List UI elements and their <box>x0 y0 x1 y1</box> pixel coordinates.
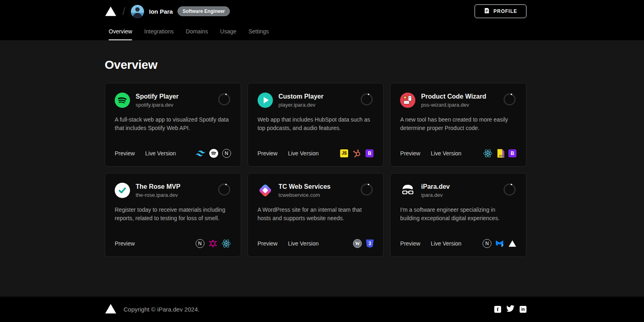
vercel-triangle-icon <box>508 240 516 247</box>
preview-link[interactable]: Preview <box>258 150 278 157</box>
tab-domains[interactable]: Domains <box>186 23 208 40</box>
project-card-spotify-player: Spotify Player spotify.ipara.dev A full-… <box>105 83 241 167</box>
project-domain: ipara.dev <box>421 192 450 198</box>
loading-spinner-icon <box>360 183 374 196</box>
project-title: TC Web Services <box>279 183 331 191</box>
spotify-logo-icon <box>115 93 130 108</box>
footer-logo-triangle-icon[interactable] <box>105 303 117 316</box>
react-icon <box>483 149 493 158</box>
check-logo-icon <box>115 183 130 198</box>
app-footer: Copyright © iPara.dev 2024. f in <box>0 297 644 322</box>
live-version-link[interactable]: Live Version <box>145 150 176 157</box>
svg-text:JSX: JSX <box>499 155 503 157</box>
tab-settings[interactable]: Settings <box>248 23 269 40</box>
preview-link[interactable]: Preview <box>115 240 135 247</box>
nextjs-icon: N <box>222 149 231 158</box>
social-links: f in <box>494 305 526 314</box>
bootstrap-icon: B <box>508 149 516 157</box>
tab-usage[interactable]: Usage <box>220 23 236 40</box>
main-nav: Overview Integrations Domains Usage Sett… <box>105 23 526 40</box>
loading-spinner-icon <box>360 93 374 106</box>
project-title: Product Code Wizard <box>421 93 486 101</box>
tailwindcss-icon <box>196 151 205 157</box>
live-version-link[interactable]: Live Version <box>288 150 318 157</box>
loading-spinner-icon <box>217 93 231 106</box>
project-domain: pss-wizard.ipara.dev <box>421 102 486 108</box>
spotify-small-icon <box>209 149 218 158</box>
project-card-custom-player: Custom Player player.ipara.dev Web app t… <box>248 83 384 167</box>
project-domain: spotify.ipara.dev <box>136 102 179 108</box>
project-title: iPara.dev <box>421 183 450 191</box>
hubspot-icon <box>352 149 361 158</box>
javascript-icon: JS <box>340 149 348 157</box>
project-description: I'm a software engineer specializing in … <box>400 206 516 222</box>
main-content: Overview Spotify Player spotify.ipara.de… <box>0 40 644 297</box>
linkedin-icon[interactable]: in <box>520 306 526 313</box>
project-description: Register today to receive materials incl… <box>115 206 231 222</box>
twitter-icon[interactable] <box>506 305 514 314</box>
project-description: A new tool has been created to more easi… <box>400 116 516 132</box>
tab-overview[interactable]: Overview <box>109 23 132 40</box>
mui-icon <box>495 240 504 248</box>
project-domain: the-rose.ipara.dev <box>136 192 180 198</box>
play-logo-icon <box>258 93 273 108</box>
vercel-logo-icon[interactable] <box>105 6 117 17</box>
project-card-the-rose-mvp: The Rose MVP the-rose.ipara.dev Register… <box>105 173 241 257</box>
project-description: A full-stack web app to visualized Spoti… <box>115 116 231 132</box>
project-title: Spotify Player <box>136 93 179 101</box>
loading-spinner-icon <box>217 183 231 196</box>
loading-spinner-icon <box>503 183 516 196</box>
projects-grid: Spotify Player spotify.ipara.dev A full-… <box>105 83 526 257</box>
nextjs-icon: N <box>196 239 204 248</box>
preview-link[interactable]: Preview <box>115 150 135 157</box>
project-description: A WordPress site for an internal team th… <box>258 206 374 222</box>
react-icon <box>221 239 231 248</box>
project-title: Custom Player <box>279 93 324 101</box>
project-domain: tcwebservice.com <box>279 192 331 198</box>
live-version-link[interactable]: Live Version <box>288 240 318 247</box>
jsx-file-icon: JSX <box>497 149 504 158</box>
glasses-logo-icon <box>400 183 415 198</box>
preview-link[interactable]: Preview <box>400 150 420 157</box>
page-title: Overview <box>105 40 526 72</box>
app-header: / Ion Para Software Engineer <box>0 0 644 40</box>
tab-integrations[interactable]: Integrations <box>144 23 173 40</box>
profile-button-label: PROFILE <box>493 8 517 14</box>
nextjs-icon: N <box>483 239 491 248</box>
project-title: The Rose MVP <box>136 183 180 191</box>
preview-link[interactable]: Preview <box>400 240 420 247</box>
live-version-link[interactable]: Live Version <box>431 150 461 157</box>
tc-logo-icon <box>258 183 273 198</box>
user-avatar[interactable] <box>131 5 144 18</box>
loading-spinner-icon <box>503 93 516 106</box>
bootstrap-icon: B <box>365 149 374 157</box>
project-domain: player.ipara.dev <box>279 102 324 108</box>
profile-button[interactable]: PROFILE <box>475 4 526 18</box>
project-description: Web app that includes HubSpot data such … <box>258 116 374 132</box>
role-badge: Software Engineer <box>178 6 229 16</box>
copyright-text: Copyright © iPara.dev 2024. <box>124 306 200 313</box>
wizard-logo-icon <box>400 93 415 108</box>
wordpress-icon: W <box>353 239 362 248</box>
document-icon <box>484 8 490 15</box>
project-card-tc-web-services: TC Web Services tcwebservice.com A WordP… <box>248 173 384 257</box>
project-card-product-code-wizard: Product Code Wizard pss-wizard.ipara.dev… <box>390 83 526 167</box>
breadcrumb-slash: / <box>122 5 125 18</box>
facebook-icon[interactable]: f <box>494 306 501 313</box>
breadcrumb: / Ion Para Software Engineer <box>105 5 230 18</box>
css3-icon: 3 <box>366 239 374 248</box>
header-top-row: / Ion Para Software Engineer <box>105 0 526 23</box>
preview-link[interactable]: Preview <box>258 240 278 247</box>
graphql-icon <box>208 239 217 248</box>
user-name: Ion Para <box>149 8 173 15</box>
live-version-link[interactable]: Live Version <box>431 240 461 247</box>
project-card-ipara-dev: iPara.dev ipara.dev I'm a software engin… <box>390 173 526 257</box>
